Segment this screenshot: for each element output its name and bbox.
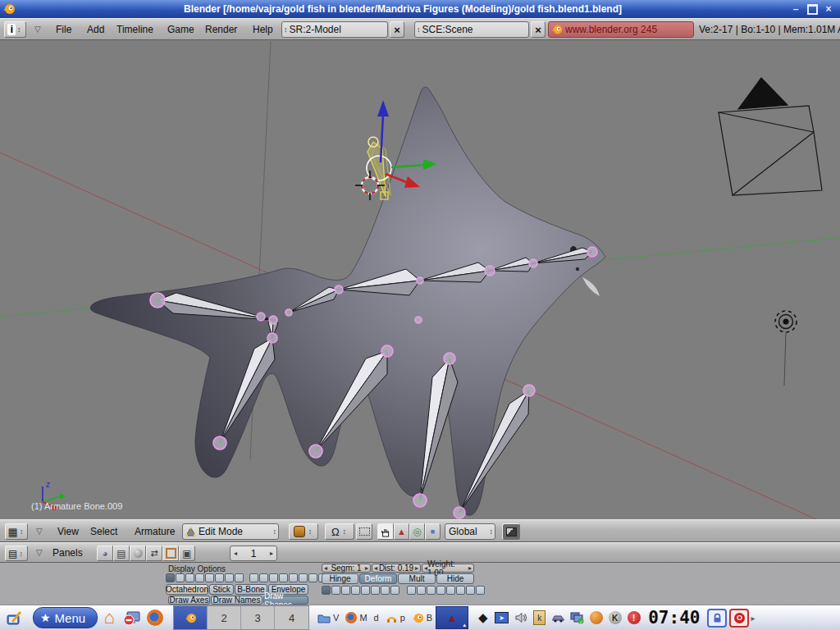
bone-layer-toggle[interactable]	[446, 586, 455, 595]
right-arrow-icon[interactable]: ▸	[468, 564, 472, 572]
klipper-icon[interactable]: k	[530, 608, 549, 628]
layer-toggle[interactable]	[299, 573, 308, 582]
bone-layer-toggle[interactable]	[436, 586, 445, 595]
windows-check-icon[interactable]: ✓	[568, 608, 587, 628]
pivot-dropdown[interactable]: Ω ↕	[325, 523, 354, 540]
bone-layer-toggle[interactable]	[476, 586, 485, 595]
menu-add[interactable]: Add	[84, 19, 107, 40]
viewport-window-type-button[interactable]: ▦ ↕	[5, 523, 28, 540]
task-active-blender[interactable]: ▲ ▲	[436, 606, 468, 629]
draw-axes-button[interactable]: Draw Axes	[168, 596, 210, 605]
task-document[interactable]: d	[371, 607, 382, 628]
layer-toggle[interactable]	[279, 573, 288, 582]
draw-shapes-button[interactable]: Draw Shapes	[263, 596, 308, 605]
menu-game[interactable]: Game	[164, 19, 198, 40]
bone-type-bbone-button[interactable]: B-Bone	[235, 584, 267, 595]
kde-icon[interactable]: K	[605, 608, 624, 628]
snap-button[interactable]	[356, 523, 372, 540]
window-titlebar[interactable]: Blender [/home/vajra/gold fish in blende…	[0, 0, 840, 18]
bone-layer-toggle[interactable]	[341, 586, 350, 595]
firefox-icon[interactable]	[144, 607, 167, 628]
bone-layer-toggle[interactable]	[371, 586, 380, 595]
home-icon[interactable]: ⌂	[98, 607, 121, 628]
layer-toggle[interactable]	[249, 573, 258, 582]
buttons-window-type-button[interactable]: ▤ ↕	[5, 546, 28, 561]
hide-button[interactable]: Hide	[436, 573, 474, 584]
frame-counter[interactable]: ◂ 1 ▸	[230, 546, 277, 561]
layer-toggle[interactable]	[235, 573, 244, 582]
bone-layer-toggle[interactable]	[456, 586, 465, 595]
layer-toggle[interactable]	[269, 573, 278, 582]
lamp-object[interactable]	[775, 311, 797, 386]
blender-org-button[interactable]: www.blender.org 245	[548, 21, 694, 38]
mode-dropdown[interactable]: Edit Mode ↕	[182, 523, 279, 540]
left-arrow-icon[interactable]: ◂	[324, 564, 327, 572]
right-arrow-icon[interactable]: ▸	[270, 550, 273, 557]
layer-toggle[interactable]	[259, 573, 268, 582]
menu-view[interactable]: View	[54, 521, 82, 542]
left-arrow-icon[interactable]: ◂	[374, 564, 377, 572]
bone-layer-toggle[interactable]	[361, 586, 370, 595]
desktop-2[interactable]: 2	[208, 606, 241, 629]
task-firefox[interactable]: M	[342, 607, 370, 628]
bone-layer-toggle[interactable]	[466, 586, 475, 595]
bone-layer-toggle[interactable]	[381, 586, 390, 595]
car-icon[interactable]	[549, 608, 568, 628]
scene-context-button[interactable]: ▣	[179, 546, 195, 561]
task-blender[interactable]: B	[409, 607, 436, 628]
display-stop-icon[interactable]	[121, 607, 144, 628]
logic-context-button[interactable]: ◕	[97, 546, 113, 561]
layer-toggle[interactable]	[225, 573, 234, 582]
collapse-triangle-icon[interactable]: ▽	[34, 25, 41, 34]
bone-layer-toggle[interactable]	[322, 586, 331, 595]
alert-icon[interactable]: !	[624, 608, 643, 628]
weight-field[interactable]: ◂ Weight: 1.00 ▸	[422, 564, 474, 573]
maximize-button[interactable]	[804, 2, 820, 16]
scene-selector[interactable]: ↕ SCE:Scene	[414, 21, 529, 38]
shading-context-button[interactable]	[130, 546, 146, 561]
dist-field[interactable]: ◂ Dist: 0.19 ▸	[372, 564, 421, 573]
object-context-button[interactable]: ⇄	[146, 546, 162, 561]
display-settings-icon[interactable]: ➤	[492, 608, 511, 628]
panel-hide-arrow-icon[interactable]: ▸	[751, 614, 755, 623]
left-arrow-icon[interactable]: ◂	[234, 550, 237, 557]
screen-selector[interactable]: ↕ SR:2-Model	[281, 21, 388, 38]
window-type-button[interactable]: i ↕	[4, 21, 26, 38]
bone-layer-toggle[interactable]	[417, 586, 426, 595]
minimize-button[interactable]: –	[788, 2, 804, 16]
rotate-manipulator-button[interactable]: ◎	[409, 523, 425, 540]
right-arrow-icon[interactable]: ▸	[365, 564, 368, 572]
floppy-icon[interactable]: ◆	[473, 608, 492, 628]
bone-layer-toggle[interactable]	[351, 586, 360, 595]
desktop-4[interactable]: 4	[275, 606, 308, 629]
layer-toggle[interactable]	[308, 573, 317, 582]
menu-render[interactable]: Render	[202, 19, 240, 40]
bone-layer-toggle[interactable]	[331, 586, 340, 595]
collapse-triangle-icon[interactable]: ▽	[36, 548, 43, 557]
screen-close-button[interactable]: ×	[390, 21, 404, 38]
segm-field[interactable]: ◂ Segm: 1 ▸	[322, 564, 371, 573]
orientation-dropdown[interactable]: Global ↕	[445, 523, 495, 540]
desktop-1-active[interactable]	[174, 606, 208, 629]
bone-type-octahedron-button[interactable]: Octahedron	[166, 584, 208, 595]
orange-ball-icon[interactable]	[587, 608, 605, 628]
deform-button[interactable]: Deform	[359, 573, 397, 584]
menu-help[interactable]: Help	[249, 19, 276, 40]
shutdown-button[interactable]: O	[729, 609, 749, 628]
right-arrow-icon[interactable]: ▸	[415, 564, 418, 572]
lock-session-button[interactable]	[707, 609, 727, 628]
bone-type-stick-button[interactable]: Stick	[209, 584, 234, 595]
menu-armature[interactable]: Armature	[131, 521, 178, 542]
bone-layer-toggle[interactable]	[390, 586, 399, 595]
layer-toggle[interactable]	[166, 573, 175, 582]
task-folder[interactable]: V	[314, 607, 342, 628]
menu-timeline[interactable]: Timeline	[113, 19, 157, 40]
volume-icon[interactable]	[511, 608, 530, 628]
script-context-button[interactable]: ▤	[113, 546, 130, 561]
scene-close-button[interactable]: ×	[531, 21, 546, 38]
translate-manipulator-button[interactable]: ▲	[394, 523, 409, 540]
layer-toggle[interactable]	[215, 573, 224, 582]
menu-select[interactable]: Select	[87, 521, 121, 542]
camera-object[interactable]	[719, 78, 822, 195]
layer-toggle[interactable]	[205, 573, 214, 582]
